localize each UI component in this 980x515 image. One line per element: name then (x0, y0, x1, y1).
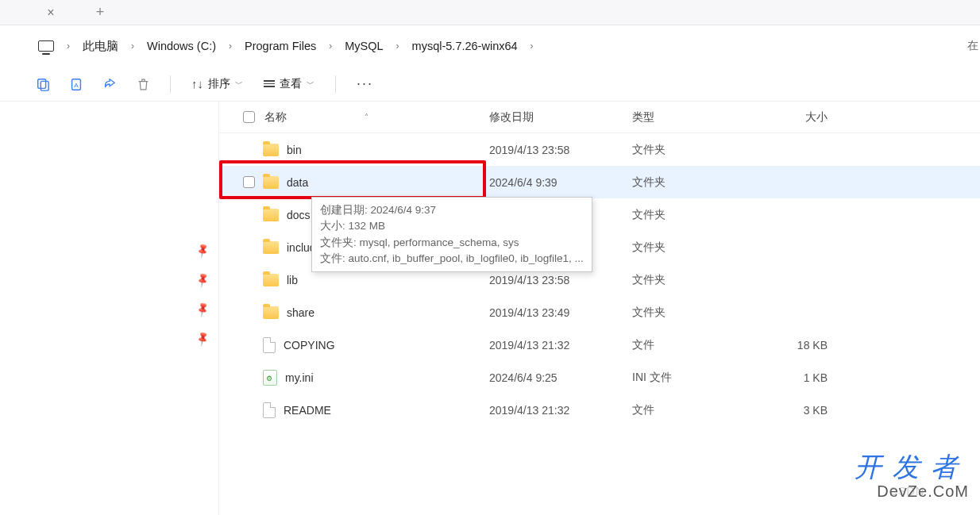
sort-icon: ↑↓ (191, 77, 203, 90)
file-icon (263, 337, 276, 353)
file-type: 文件夹 (632, 175, 743, 190)
chevron-down-icon: ﹀ (235, 79, 243, 90)
share-icon[interactable] (98, 73, 121, 95)
file-type: 文件夹 (632, 273, 743, 287)
select-all-checkbox[interactable] (243, 111, 255, 123)
ini-file-icon (263, 370, 277, 386)
file-type: 文件 (632, 403, 743, 417)
tooltip-line: 文件夹: mysql, performance_schema, sys (320, 235, 584, 251)
file-date: 2024/6/4 9:25 (489, 371, 632, 384)
view-icon (264, 80, 275, 87)
column-headers[interactable]: 名称 ˄ 修改日期 类型 大小 (219, 102, 980, 133)
hover-tooltip: 创建日期: 2024/6/4 9:37 大小: 132 MB 文件夹: mysq… (311, 197, 592, 272)
tab-bar: × + (0, 0, 980, 25)
file-date: 2019/4/13 23:58 (489, 144, 632, 156)
file-date: 2019/4/13 21:32 (489, 404, 632, 417)
file-type: 文件夹 (632, 208, 743, 222)
file-row[interactable]: bin2019/4/13 23:58文件夹 (219, 133, 980, 166)
file-name: share (287, 306, 314, 319)
file-size: 1 KB (743, 371, 839, 384)
file-date: 2019/4/13 23:49 (489, 306, 632, 319)
folder-icon (263, 144, 279, 156)
file-date: 2024/6/4 9:39 (489, 176, 632, 189)
file-name: data (287, 176, 308, 189)
pin-icon: 📌 (194, 301, 211, 317)
file-type: 文件夹 (632, 306, 743, 320)
toolbar: A ↑↓ 排序 ﹀ 查看 ﹀ ··· (0, 67, 980, 102)
breadcrumb-sep: › (57, 40, 79, 52)
paste-icon[interactable]: A (65, 73, 87, 95)
view-button[interactable]: 查看 ﹀ (259, 74, 319, 94)
file-type: 文件 (632, 338, 743, 352)
more-icon: ··· (357, 75, 373, 92)
file-name: README (284, 404, 331, 417)
tooltip-line: 大小: 132 MB (320, 218, 584, 234)
toolbar-divider (335, 75, 336, 93)
sort-caret-icon: ˄ (365, 113, 368, 121)
svg-text:A: A (74, 81, 79, 88)
pin-icon: 📌 (194, 242, 211, 259)
breadcrumb-item[interactable]: Windows (C:)› (144, 37, 241, 56)
svg-rect-0 (38, 79, 46, 88)
pin-icon: 📌 (194, 271, 211, 288)
breadcrumb-item[interactable]: Program Files› (241, 37, 341, 56)
this-pc-icon[interactable] (38, 40, 54, 52)
watermark-cn: 开发者 (855, 449, 969, 486)
watermark: CSDN 开发者 DevZe.CoM (855, 449, 969, 501)
file-size: 18 KB (743, 339, 839, 352)
pin-icon: 📌 (194, 330, 211, 347)
col-name-label[interactable]: 名称 (264, 110, 287, 125)
trash-icon[interactable] (132, 73, 154, 95)
file-row[interactable]: data2024/6/4 9:39文件夹 (219, 166, 980, 198)
sort-button[interactable]: ↑↓ 排序 ﹀ (187, 74, 248, 94)
address-bar: › 此电脑› Windows (C:)› Program Files› MySQ… (0, 25, 980, 67)
file-row[interactable]: README2019/4/13 21:32文件3 KB (219, 394, 980, 426)
right-edge-glyph: 在 (966, 27, 980, 65)
file-row[interactable]: my.ini2024/6/4 9:25INI 文件1 KB (219, 361, 980, 394)
file-row[interactable]: share2019/4/13 23:49文件夹 (219, 296, 980, 329)
col-date-label[interactable]: 修改日期 (489, 110, 632, 125)
file-size: 3 KB (743, 404, 839, 417)
file-date: 2019/4/13 21:32 (489, 339, 632, 352)
new-tab-icon[interactable]: + (83, 0, 118, 25)
file-name: my.ini (285, 371, 314, 384)
nav-tree[interactable]: 📌 📌 📌 📌 (0, 102, 219, 515)
svg-rect-1 (41, 81, 48, 90)
folder-icon (263, 209, 279, 221)
file-type: 文件夹 (632, 240, 743, 255)
close-tab-icon[interactable]: × (33, 0, 68, 25)
folder-icon (263, 306, 279, 319)
file-name: docs (287, 209, 311, 221)
sort-label: 排序 (208, 77, 230, 91)
row-checkbox[interactable] (243, 176, 255, 188)
file-type: 文件夹 (632, 143, 743, 157)
watermark-csdn: CSDN (889, 484, 924, 498)
file-type: INI 文件 (632, 371, 743, 385)
toolbar-divider (170, 75, 171, 93)
more-button[interactable]: ··· (352, 72, 378, 95)
view-label: 查看 (280, 77, 302, 91)
file-name: COPYING (284, 339, 335, 352)
file-row[interactable]: COPYING2019/4/13 21:32文件18 KB (219, 329, 980, 361)
folder-icon (263, 241, 279, 254)
pinned-indicators: 📌 📌 📌 📌 (196, 244, 209, 344)
col-type-label[interactable]: 类型 (632, 110, 743, 125)
breadcrumb-item[interactable]: MySQL› (341, 37, 408, 56)
folder-icon (263, 274, 279, 286)
file-name: bin (287, 144, 302, 156)
folder-icon (263, 176, 279, 189)
file-icon (263, 402, 276, 418)
main-area: 📌 📌 📌 📌 名称 ˄ 修改日期 类型 大小 bin2019/4/13 23:… (0, 102, 980, 515)
tooltip-line: 文件: auto.cnf, ib_buffer_pool, ib_logfile… (320, 251, 584, 267)
breadcrumb-item[interactable]: mysql-5.7.26-winx64› (409, 37, 543, 56)
breadcrumb-this-pc[interactable]: 此电脑› (79, 36, 144, 57)
file-date: 2019/4/13 23:58 (489, 274, 632, 286)
chevron-down-icon: ﹀ (307, 79, 314, 90)
tooltip-line: 创建日期: 2024/6/4 9:37 (320, 202, 584, 218)
file-name: lib (287, 274, 298, 286)
copy-icon[interactable] (32, 73, 54, 95)
col-size-label[interactable]: 大小 (743, 110, 839, 125)
